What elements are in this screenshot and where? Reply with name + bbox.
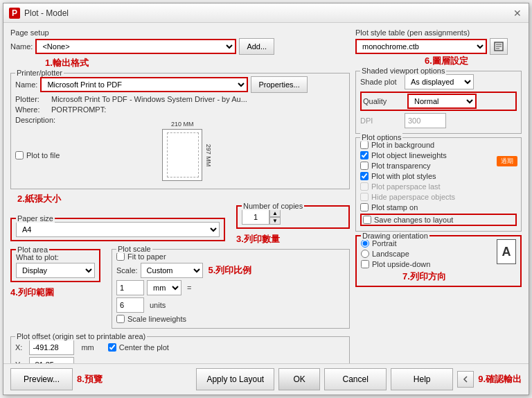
- where-label: Where:: [15, 105, 48, 114]
- copies-label: Number of copies: [242, 202, 304, 210]
- upside-down-label: Plot upside-down: [372, 260, 430, 268]
- plot-background-checkbox[interactable]: [360, 141, 369, 149]
- expired-badge-container: 過期: [497, 156, 517, 166]
- paper-size-select[interactable]: A4: [16, 222, 220, 237]
- ok-button[interactable]: OK: [278, 368, 320, 390]
- x-label: X:: [15, 343, 22, 352]
- back-button[interactable]: [457, 371, 474, 388]
- annotation-paper-size: 2.紙張大小: [17, 193, 61, 204]
- save-changes-label: Save changes to layout: [374, 216, 453, 224]
- annotation-preview: 8.預覽: [77, 373, 103, 386]
- scale-label: Scale:: [116, 266, 138, 275]
- right-panel: Plot style table (pen assignments) monoc…: [355, 28, 522, 291]
- name-label: Name:: [10, 42, 33, 51]
- plot-options-label: Plot options: [360, 133, 402, 141]
- help-button[interactable]: Help: [391, 368, 453, 390]
- plotter-label: Plotter:: [15, 95, 48, 103]
- fit-to-paper-label: Fit to paper: [127, 252, 166, 261]
- landscape-label: Landscape: [372, 250, 409, 258]
- dialog-title: Plot - Model: [24, 8, 69, 18]
- scale-unit2: units: [150, 301, 166, 309]
- landscape-radio[interactable]: [361, 250, 369, 258]
- quality-select[interactable]: Normal: [407, 94, 477, 109]
- plot-lineweights-checkbox[interactable]: [360, 151, 369, 159]
- cancel-button[interactable]: Cancel: [324, 368, 387, 390]
- printer-name-select[interactable]: Microsoft Print to PDF: [40, 77, 248, 92]
- preview-button[interactable]: Preview...: [10, 368, 73, 390]
- description-label: Description:: [15, 116, 64, 124]
- plot-style-label: Plot style table (pen assignments): [355, 28, 522, 37]
- scale-select[interactable]: Custom: [141, 263, 203, 278]
- plot-options-section: Plot options Plot in background Plot obj…: [355, 137, 522, 232]
- plot-offset-label: Plot offset (origin set to printable are…: [15, 332, 147, 340]
- what-to-plot-select[interactable]: Display: [16, 263, 95, 278]
- shaded-viewport-section: Shaded viewport options Shade plot As di…: [355, 71, 522, 134]
- annotation-layer-settings: 6.圖層設定: [425, 55, 468, 66]
- quality-label: Quality: [363, 97, 405, 105]
- scale-lineweights-checkbox[interactable]: [116, 315, 125, 323]
- paper-preview-container: 210 MM 297 MM: [159, 126, 205, 184]
- scale-value1-input[interactable]: [116, 280, 144, 295]
- upside-down-checkbox[interactable]: [361, 260, 369, 268]
- shaded-viewport-label: Shaded viewport options: [360, 67, 446, 75]
- dpi-input: [405, 113, 446, 128]
- plot-transparency-label: Plot transparency: [371, 162, 431, 170]
- copies-up-button[interactable]: ▲: [269, 209, 281, 217]
- hide-paperspace-checkbox: [360, 193, 369, 201]
- plot-scale-section: Plot scale Fit to paper Scale: Custom: [112, 249, 350, 333]
- close-button[interactable]: ✕: [512, 8, 523, 19]
- plot-styles-checkbox[interactable]: [360, 172, 369, 180]
- hide-paperspace-label: Hide paperspace objects: [371, 193, 455, 201]
- plot-area-section: Plot area What to plot: Display 4.列印範圍: [10, 249, 100, 299]
- portrait-radio[interactable]: [361, 239, 369, 248]
- plot-to-file-checkbox[interactable]: [15, 151, 24, 159]
- properties-button[interactable]: Properties...: [251, 76, 307, 93]
- scale-lineweights-label: Scale lineweights: [127, 315, 186, 323]
- plot-style-section: Plot style table (pen assignments) monoc…: [355, 28, 522, 67]
- what-to-plot-label: What to plot:: [16, 253, 95, 261]
- copies-down-button[interactable]: ▼: [269, 217, 281, 225]
- plot-style-edit-button[interactable]: [490, 38, 508, 55]
- page-setup-select[interactable]: <None>: [35, 39, 236, 54]
- copies-input[interactable]: [242, 209, 269, 225]
- plot-transparency-checkbox[interactable]: [360, 162, 369, 170]
- plot-lineweights-label: Plot object lineweights: [371, 151, 447, 159]
- printer-label: Printer/plotter: [15, 69, 64, 77]
- plot-area-label: Plot area: [16, 245, 49, 254]
- annotation-print-direction: 7.列印方向: [402, 271, 446, 282]
- plot-paperspace-last-label: Plot paperspace last: [371, 182, 441, 191]
- shade-plot-select[interactable]: As displayed: [405, 74, 474, 89]
- plot-stamp-label: Plot stamp on: [371, 203, 418, 211]
- plot-style-select[interactable]: monochrome.ctb: [355, 39, 487, 54]
- dialog-icon: P: [9, 8, 20, 19]
- fit-to-paper-checkbox[interactable]: [116, 252, 125, 261]
- x-unit: mm: [81, 343, 94, 352]
- where-value: PORTPROMPT:: [51, 105, 106, 114]
- scale-unit1-select[interactable]: mm: [147, 280, 181, 295]
- annotation-output-format: 1.輸出格式: [45, 58, 89, 68]
- paper-size-label: Paper size: [16, 214, 55, 223]
- plot-stamp-checkbox[interactable]: [360, 203, 369, 211]
- plot-background-label: Plot in background: [371, 141, 434, 149]
- plot-scale-label: Plot scale: [116, 245, 152, 253]
- plot-dialog: P Plot - Model ✕ Page setup Name: <None>…: [3, 3, 529, 395]
- add-button[interactable]: Add...: [239, 38, 274, 55]
- x-input[interactable]: [29, 340, 74, 355]
- paper-size-section: Paper size A4: [10, 218, 225, 245]
- plot-paperspace-last-checkbox: [360, 182, 369, 191]
- plot-styles-label: Plot with plot styles: [371, 172, 436, 180]
- printer-section: Printer/plotter Name: Microsoft Print to…: [10, 73, 350, 189]
- bottom-bar: Preview... 8.預覽 Apply to Layout OK Cance…: [3, 363, 529, 395]
- apply-to-layout-button[interactable]: Apply to Layout: [196, 368, 274, 390]
- left-panel: Page setup Name: <None> Add... 1.輸出格式 Pr…: [10, 28, 350, 379]
- annotation-print-qty: 3.列印數量: [236, 234, 280, 244]
- page-setup-section: Page setup Name: <None> Add... 1.輸出格式: [10, 28, 350, 69]
- annotation-confirm-output: 9.確認輸出: [478, 373, 522, 386]
- center-plot-checkbox[interactable]: [108, 343, 116, 352]
- center-plot-label: Center the plot: [119, 343, 169, 352]
- scale-value2-input[interactable]: [116, 297, 144, 313]
- plot-to-file-label: Plot to file: [26, 151, 60, 159]
- paper-sheet: 210 MM 297 MM: [162, 129, 202, 181]
- copies-section: Number of copies ▲ ▼ 3.列印數量: [236, 205, 350, 245]
- save-changes-checkbox[interactable]: [363, 216, 371, 224]
